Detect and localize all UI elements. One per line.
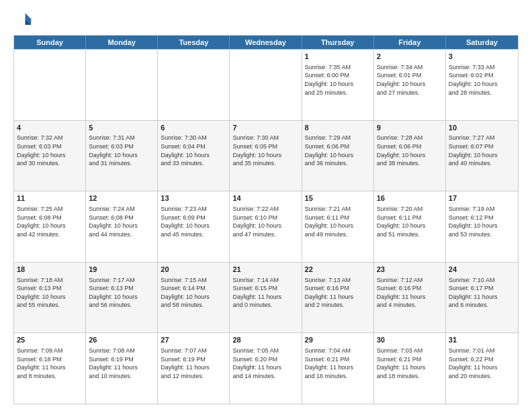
day-number: 31 (449, 335, 515, 345)
day-cell-26: 26Sunrise: 7:08 AM Sunset: 6:19 PM Dayli… (86, 333, 158, 404)
calendar-row-5: 25Sunrise: 7:09 AM Sunset: 6:18 PM Dayli… (14, 332, 518, 404)
day-number: 16 (377, 193, 443, 203)
day-cell-5: 5Sunrise: 7:31 AM Sunset: 6:03 PM Daylig… (86, 121, 158, 191)
day-cell-22: 22Sunrise: 7:13 AM Sunset: 6:16 PM Dayli… (302, 263, 374, 333)
day-number: 20 (161, 265, 226, 275)
day-number: 18 (17, 265, 83, 275)
day-cell-23: 23Sunrise: 7:12 AM Sunset: 6:16 PM Dayli… (374, 263, 446, 333)
day-number: 27 (161, 335, 226, 345)
day-number: 24 (449, 265, 515, 275)
day-cell-11: 11Sunrise: 7:25 AM Sunset: 6:08 PM Dayli… (14, 191, 86, 262)
day-cell-30: 30Sunrise: 7:03 AM Sunset: 6:21 PM Dayli… (374, 333, 446, 404)
day-number: 3 (449, 52, 515, 62)
day-number: 4 (17, 123, 83, 133)
day-cell-18: 18Sunrise: 7:18 AM Sunset: 6:13 PM Dayli… (14, 263, 86, 333)
day-cell-27: 27Sunrise: 7:07 AM Sunset: 6:19 PM Dayli… (158, 333, 230, 404)
day-info: Sunrise: 7:35 AM Sunset: 6:00 PM Dayligh… (305, 63, 371, 97)
day-cell-2: 2Sunrise: 7:34 AM Sunset: 6:01 PM Daylig… (374, 50, 446, 120)
day-number: 14 (232, 193, 298, 203)
day-cell-29: 29Sunrise: 7:04 AM Sunset: 6:21 PM Dayli… (302, 333, 374, 404)
day-number: 8 (305, 123, 371, 133)
day-cell-16: 16Sunrise: 7:20 AM Sunset: 6:11 PM Dayli… (374, 191, 446, 262)
header-day-saturday: Saturday (446, 36, 518, 49)
day-cell-19: 19Sunrise: 7:17 AM Sunset: 6:13 PM Dayli… (86, 263, 158, 333)
day-cell-12: 12Sunrise: 7:24 AM Sunset: 6:08 PM Dayli… (86, 191, 158, 262)
header-day-friday: Friday (374, 36, 446, 49)
day-cell-9: 9Sunrise: 7:28 AM Sunset: 6:06 PM Daylig… (374, 121, 446, 191)
logo (13, 11, 35, 30)
day-info: Sunrise: 7:05 AM Sunset: 6:20 PM Dayligh… (232, 347, 298, 380)
day-cell-15: 15Sunrise: 7:21 AM Sunset: 6:11 PM Dayli… (302, 191, 374, 262)
header-day-sunday: Sunday (14, 36, 86, 49)
empty-cell (158, 50, 230, 120)
day-info: Sunrise: 7:07 AM Sunset: 6:19 PM Dayligh… (161, 347, 226, 380)
day-cell-17: 17Sunrise: 7:19 AM Sunset: 6:12 PM Dayli… (446, 191, 518, 262)
day-info: Sunrise: 7:08 AM Sunset: 6:19 PM Dayligh… (89, 347, 154, 380)
day-number: 1 (305, 52, 371, 62)
day-number: 17 (449, 193, 515, 203)
day-cell-24: 24Sunrise: 7:10 AM Sunset: 6:17 PM Dayli… (446, 263, 518, 333)
day-info: Sunrise: 7:10 AM Sunset: 6:17 PM Dayligh… (449, 276, 515, 310)
calendar-body: 1Sunrise: 7:35 AM Sunset: 6:00 PM Daylig… (14, 49, 518, 404)
day-info: Sunrise: 7:33 AM Sunset: 6:02 PM Dayligh… (449, 63, 515, 97)
day-info: Sunrise: 7:30 AM Sunset: 6:05 PM Dayligh… (232, 134, 298, 167)
day-info: Sunrise: 7:12 AM Sunset: 6:16 PM Dayligh… (377, 276, 443, 310)
day-number: 7 (232, 123, 298, 133)
day-number: 13 (161, 193, 226, 203)
day-number: 9 (377, 123, 443, 133)
day-info: Sunrise: 7:20 AM Sunset: 6:11 PM Dayligh… (377, 205, 443, 238)
day-cell-28: 28Sunrise: 7:05 AM Sunset: 6:20 PM Dayli… (230, 333, 302, 404)
day-info: Sunrise: 7:17 AM Sunset: 6:13 PM Dayligh… (89, 276, 154, 310)
day-cell-10: 10Sunrise: 7:27 AM Sunset: 6:07 PM Dayli… (446, 121, 518, 191)
day-info: Sunrise: 7:19 AM Sunset: 6:12 PM Dayligh… (449, 205, 515, 238)
day-info: Sunrise: 7:24 AM Sunset: 6:08 PM Dayligh… (89, 205, 154, 238)
day-info: Sunrise: 7:30 AM Sunset: 6:04 PM Dayligh… (161, 134, 226, 167)
day-info: Sunrise: 7:32 AM Sunset: 6:03 PM Dayligh… (17, 134, 83, 167)
header (13, 11, 519, 30)
day-number: 12 (89, 193, 154, 203)
day-cell-3: 3Sunrise: 7:33 AM Sunset: 6:02 PM Daylig… (446, 50, 518, 120)
day-info: Sunrise: 7:22 AM Sunset: 6:10 PM Dayligh… (232, 205, 298, 238)
day-cell-14: 14Sunrise: 7:22 AM Sunset: 6:10 PM Dayli… (230, 191, 302, 262)
day-number: 25 (17, 335, 83, 345)
empty-cell (14, 50, 86, 120)
day-cell-1: 1Sunrise: 7:35 AM Sunset: 6:00 PM Daylig… (302, 50, 374, 120)
calendar-row-1: 1Sunrise: 7:35 AM Sunset: 6:00 PM Daylig… (14, 49, 518, 120)
day-cell-25: 25Sunrise: 7:09 AM Sunset: 6:18 PM Dayli… (14, 333, 86, 404)
day-info: Sunrise: 7:27 AM Sunset: 6:07 PM Dayligh… (449, 134, 515, 167)
day-cell-21: 21Sunrise: 7:14 AM Sunset: 6:15 PM Dayli… (230, 263, 302, 333)
day-info: Sunrise: 7:15 AM Sunset: 6:14 PM Dayligh… (161, 276, 226, 310)
calendar-row-3: 11Sunrise: 7:25 AM Sunset: 6:08 PM Dayli… (14, 191, 518, 262)
calendar: SundayMondayTuesdayWednesdayThursdayFrid… (13, 35, 519, 404)
calendar-header: SundayMondayTuesdayWednesdayThursdayFrid… (14, 36, 518, 49)
day-info: Sunrise: 7:23 AM Sunset: 6:09 PM Dayligh… (161, 205, 226, 238)
empty-cell (230, 50, 302, 120)
logo-icon (13, 11, 32, 30)
day-number: 19 (89, 265, 154, 275)
day-number: 10 (449, 123, 515, 133)
day-info: Sunrise: 7:29 AM Sunset: 6:06 PM Dayligh… (305, 134, 371, 167)
page: SundayMondayTuesdayWednesdayThursdayFrid… (0, 0, 532, 411)
day-info: Sunrise: 7:09 AM Sunset: 6:18 PM Dayligh… (17, 347, 83, 380)
day-info: Sunrise: 7:25 AM Sunset: 6:08 PM Dayligh… (17, 205, 83, 238)
day-info: Sunrise: 7:31 AM Sunset: 6:03 PM Dayligh… (89, 134, 154, 167)
day-cell-13: 13Sunrise: 7:23 AM Sunset: 6:09 PM Dayli… (158, 191, 230, 262)
day-info: Sunrise: 7:04 AM Sunset: 6:21 PM Dayligh… (305, 347, 371, 380)
day-info: Sunrise: 7:28 AM Sunset: 6:06 PM Dayligh… (377, 134, 443, 167)
day-info: Sunrise: 7:01 AM Sunset: 6:22 PM Dayligh… (449, 347, 515, 380)
day-number: 21 (232, 265, 298, 275)
header-day-monday: Monday (86, 36, 158, 49)
day-number: 29 (305, 335, 371, 345)
day-number: 23 (377, 265, 443, 275)
day-number: 2 (377, 52, 443, 62)
day-info: Sunrise: 7:21 AM Sunset: 6:11 PM Dayligh… (305, 205, 371, 238)
calendar-row-4: 18Sunrise: 7:18 AM Sunset: 6:13 PM Dayli… (14, 262, 518, 333)
day-number: 30 (377, 335, 443, 345)
day-info: Sunrise: 7:18 AM Sunset: 6:13 PM Dayligh… (17, 276, 83, 310)
day-cell-8: 8Sunrise: 7:29 AM Sunset: 6:06 PM Daylig… (302, 121, 374, 191)
day-cell-4: 4Sunrise: 7:32 AM Sunset: 6:03 PM Daylig… (14, 121, 86, 191)
day-number: 28 (232, 335, 298, 345)
calendar-row-2: 4Sunrise: 7:32 AM Sunset: 6:03 PM Daylig… (14, 120, 518, 191)
day-info: Sunrise: 7:34 AM Sunset: 6:01 PM Dayligh… (377, 63, 443, 97)
day-number: 6 (161, 123, 226, 133)
